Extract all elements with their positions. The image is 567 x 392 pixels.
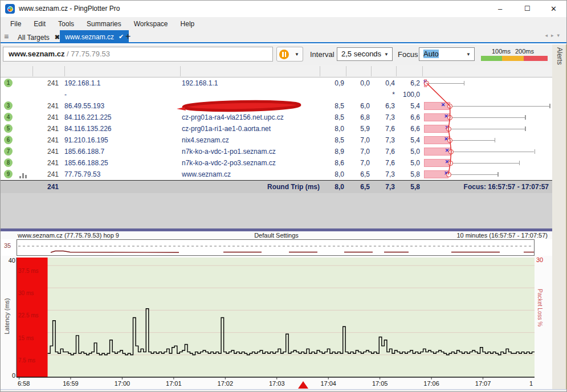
tab-scroll-arrows[interactable]: ◂▸▾ bbox=[545, 32, 563, 38]
y-axis-min: 0 bbox=[2, 372, 15, 379]
cell-pl: 5,4 bbox=[393, 136, 420, 144]
new-tab-button[interactable]: + bbox=[125, 31, 130, 42]
toolbar: www.seznam.cz / 77.75.79.53 ▼ Interval 2… bbox=[1, 44, 567, 65]
menu-help[interactable]: Help bbox=[174, 17, 201, 30]
gridline-label: 22.5 ms bbox=[18, 312, 39, 318]
cell-count: 241 bbox=[32, 170, 59, 178]
latency-scale-red bbox=[524, 56, 548, 61]
focus-label: Focus bbox=[398, 50, 418, 59]
jitter-axis-label: 35 bbox=[4, 242, 11, 249]
cell-ip: 185.66.188.7 bbox=[64, 148, 104, 156]
focus-select[interactable]: Auto▼ bbox=[419, 47, 475, 61]
latency-scale-green bbox=[481, 56, 502, 61]
x-tick-label: 17:07 bbox=[474, 380, 492, 387]
column-separator bbox=[396, 66, 397, 76]
x-tick-label: 17:00 bbox=[113, 380, 131, 387]
interval-value: 2,5 seconds bbox=[341, 50, 381, 58]
column-separator bbox=[422, 66, 423, 76]
hop-number-badge: 5 bbox=[4, 124, 13, 133]
chevron-down-icon: ▼ bbox=[384, 48, 389, 62]
menu-file[interactable]: File bbox=[4, 17, 27, 30]
cell-cur: 7,3 bbox=[368, 113, 395, 121]
cell-avg: 8,0 bbox=[316, 125, 344, 133]
latency-time-plot: 40 0 Latency (ms) 30 Packet Loss % 37.5 … bbox=[1, 256, 552, 389]
hop-number-badge: 7 bbox=[4, 147, 13, 156]
hamburger-icon[interactable]: ≡ bbox=[4, 32, 9, 41]
cell-min: 6,0 bbox=[342, 102, 370, 110]
tab-close-icon[interactable]: ✖ bbox=[55, 34, 60, 41]
cell-avg: 8,9 bbox=[316, 148, 344, 156]
cell-count: 241 bbox=[32, 136, 59, 144]
gridline-label: 15 ms bbox=[18, 335, 34, 341]
tab-check-icon: ✔ bbox=[119, 33, 124, 40]
close-button[interactable]: ✕ bbox=[541, 1, 566, 17]
cell-pl: 5,0 bbox=[393, 159, 420, 167]
cell-min: 7,0 bbox=[342, 159, 370, 167]
chevron-down-icon: ▼ bbox=[466, 48, 471, 62]
redaction-scribble bbox=[174, 99, 305, 113]
cell-count: 241 bbox=[32, 148, 59, 156]
minimize-button[interactable]: – bbox=[487, 1, 513, 17]
cell-ip: 185.66.188.25 bbox=[64, 159, 108, 167]
cell-ip: 77.75.79.53 bbox=[64, 170, 100, 178]
round-trip-row: 241 Round Trip (ms) 8,0 6,5 7,3 5,8 Focu… bbox=[1, 180, 552, 193]
cell-min: 6,8 bbox=[342, 113, 370, 121]
cell-min: 0,0 bbox=[342, 79, 370, 87]
cell-name: 192.168.1.1 bbox=[182, 79, 218, 87]
column-separator bbox=[180, 66, 181, 76]
cell-avg: 0,9 bbox=[316, 79, 344, 87]
cell-name: www.seznam.cz bbox=[182, 170, 231, 178]
x-tick-label: 17:04 bbox=[319, 380, 337, 387]
alerts-tab[interactable]: Alerts bbox=[556, 47, 564, 65]
table-header: HopCountIPNameAvgMinCurPL%0 msLatency40 … bbox=[1, 65, 552, 77]
footer-cur: 7,3 bbox=[368, 183, 395, 191]
target-address-box[interactable]: www.seznam.cz / 77.75.79.53 bbox=[3, 47, 273, 62]
gridline-label: 37.5 ms bbox=[18, 268, 39, 274]
x-axis-labels: 6:5816:5917:0017:0117:0217:0317:0417:051… bbox=[1, 379, 552, 389]
x-tick-label: 17:05 bbox=[371, 380, 389, 387]
pause-dropdown-button[interactable]: ▼ bbox=[291, 47, 303, 62]
column-separator bbox=[371, 66, 372, 76]
tab-all-targets[interactable]: All Targets ✖ bbox=[14, 31, 63, 43]
footer-pl: 5,8 bbox=[393, 183, 420, 191]
round-trip-label: Round Trip (ms) bbox=[217, 183, 320, 191]
menu-edit[interactable]: Edit bbox=[27, 17, 52, 30]
cell-ip: 84.116.135.226 bbox=[64, 125, 112, 133]
graph-header: www.seznam.cz (77.75.79.53) hop 9 Defaul… bbox=[1, 231, 552, 239]
menu-tools[interactable]: Tools bbox=[52, 17, 80, 30]
cell-count: 241 bbox=[32, 113, 59, 121]
alerts-sidebar: Alerts bbox=[552, 44, 567, 392]
cell-pl: 6,6 bbox=[393, 125, 420, 133]
cell-pl: 100,0 bbox=[393, 91, 420, 99]
cell-ip: - bbox=[64, 91, 67, 99]
hop-number-badge: 4 bbox=[4, 113, 13, 121]
window-bottom-edge bbox=[1, 389, 567, 392]
x-tick-label: 17:03 bbox=[268, 380, 286, 387]
menu-summaries[interactable]: Summaries bbox=[80, 17, 128, 30]
column-separator bbox=[346, 66, 346, 76]
graph-timespan-label: 10 minutes (16:57:57 - 17:07:57) bbox=[456, 232, 548, 239]
focus-value: Auto bbox=[423, 50, 439, 58]
tab-seznam[interactable]: www.seznam.cz ✔ bbox=[60, 30, 129, 43]
cell-cur: 7,6 bbox=[368, 159, 395, 167]
target-ip: / 77.75.79.53 bbox=[65, 50, 111, 58]
cell-pl: 5,8 bbox=[393, 170, 420, 178]
maximize-button[interactable]: ☐ bbox=[515, 1, 540, 17]
menu-workspace[interactable]: Workspace bbox=[128, 17, 174, 30]
cell-pl: 5,0 bbox=[393, 148, 420, 156]
gridline-label: 7.5 ms bbox=[18, 357, 35, 364]
cell-min: 7,0 bbox=[342, 148, 370, 156]
interval-select[interactable]: 2,5 seconds▼ bbox=[337, 47, 393, 61]
pingplotter-window: www.seznam.cz - PingPlotter Pro – ☐ ✕ Fi… bbox=[0, 0, 567, 392]
footer-min: 6,5 bbox=[342, 183, 370, 191]
time-marker-triangle[interactable] bbox=[298, 381, 308, 389]
cell-cur: 7,6 bbox=[368, 125, 395, 133]
menu-bar: FileEditToolsSummariesWorkspaceHelp bbox=[1, 17, 567, 30]
tab-seznam-label: www.seznam.cz bbox=[65, 33, 114, 41]
cell-name: cz-prg01a-ra4-vla2156.net.upc.cz bbox=[182, 113, 284, 121]
pause-button[interactable] bbox=[276, 47, 292, 62]
x-tick-label: 17:01 bbox=[165, 380, 183, 387]
cell-ip: 86.49.55.193 bbox=[64, 102, 104, 110]
cell-name: cz-prg01a-ri1-ae1-0.aorta.net bbox=[182, 125, 271, 133]
cell-min: 6,5 bbox=[342, 170, 370, 178]
